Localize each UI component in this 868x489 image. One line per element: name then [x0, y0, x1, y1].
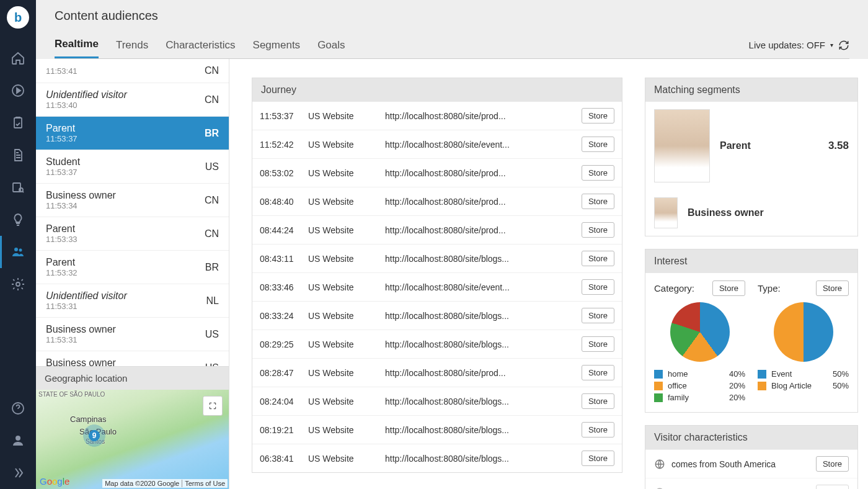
journey-store-button[interactable]: Store — [582, 308, 614, 323]
visitor-name: Parent — [46, 257, 78, 268]
characteristic-row: comes from BRStore — [645, 478, 857, 489]
visitor-name: Unidentified visitor — [46, 89, 127, 101]
characteristic-store-button[interactable]: Store — [816, 485, 849, 489]
visitor-row[interactable]: Student11:53:37US — [36, 150, 229, 184]
visitor-time: 11:53:33 — [46, 235, 78, 244]
legend-pct: 50% — [833, 369, 849, 379]
sidebar-item-expand[interactable] — [0, 457, 36, 489]
live-updates-dropdown[interactable]: ▾ — [830, 42, 833, 48]
visitor-row[interactable]: Parent11:53:37BR — [36, 117, 229, 150]
visitor-row[interactable]: 11:53:41CN — [36, 59, 229, 83]
visitor-row[interactable]: Business owner11:53:34CN — [36, 184, 229, 217]
visitor-name: Student — [46, 156, 80, 168]
journey-store-button[interactable]: Store — [582, 222, 614, 238]
map-attribution: Map data ©2020 GoogleTerms of Use — [102, 479, 228, 488]
category-store-button[interactable]: Store — [712, 280, 745, 296]
visitor-name: Unidentified visitor — [46, 290, 127, 302]
legend-row: Blog Article50% — [758, 381, 849, 390]
avatar — [654, 109, 710, 182]
tab-characteristics[interactable]: Characteristics — [166, 33, 235, 58]
journey-panel: Journey 11:53:37US Websitehttp://localho… — [252, 78, 622, 473]
visitor-time: 11:53:40 — [46, 101, 127, 110]
journey-store-button[interactable]: Store — [582, 451, 614, 466]
visitor-row[interactable]: Unidentified visitor11:53:40CN — [36, 83, 229, 117]
journey-url: http://localhost:8080/site/prod... — [385, 368, 573, 378]
segment-row[interactable]: Parent3.58 — [645, 102, 857, 190]
journey-panel-title: Journey — [252, 78, 622, 102]
characteristic-store-button[interactable]: Store — [816, 456, 849, 472]
geo-map[interactable]: STATE OF SÃO PAULOCampinasSão PauloSanto… — [36, 390, 229, 489]
refresh-icon[interactable] — [838, 40, 849, 51]
journey-url: http://localhost:8080/site/blogs... — [385, 311, 573, 321]
journey-store-button[interactable]: Store — [582, 422, 614, 437]
journey-site: US Website — [308, 140, 376, 150]
visitor-row[interactable]: Business owner11:53:31US — [36, 318, 229, 351]
tab-trends[interactable]: Trends — [116, 33, 148, 58]
journey-time: 11:52:42 — [260, 140, 299, 150]
visitor-time: 11:53:31 — [46, 335, 116, 344]
characteristic-row: comes from South AmericaStore — [645, 449, 857, 478]
sidebar-item-document[interactable] — [0, 139, 36, 171]
sidebar-item-audiences[interactable] — [0, 236, 36, 268]
journey-url: http://localhost:8080/site/prod... — [385, 168, 573, 178]
journey-store-button[interactable]: Store — [582, 365, 614, 380]
type-label: Type: — [758, 283, 781, 294]
legend-pct: 50% — [833, 381, 849, 390]
segment-name: Parent — [720, 140, 818, 151]
sidebar-item-help[interactable] — [0, 392, 36, 424]
tab-goals[interactable]: Goals — [317, 33, 345, 58]
page-header: Content audiences RealtimeTrendsCharacte… — [36, 0, 868, 59]
journey-url: http://localhost:8080/site/prod... — [385, 111, 573, 121]
journey-site: US Website — [308, 197, 376, 207]
segment-score: 3.58 — [828, 140, 849, 152]
visitor-row[interactable]: Business owner11:53:30US — [36, 351, 229, 366]
sidebar-item-clipboard[interactable] — [0, 107, 36, 139]
journey-site: US Website — [308, 225, 376, 235]
visitors-list[interactable]: 11:53:41CNUnidentified visitor11:53:40CN… — [36, 59, 229, 366]
tab-segments[interactable]: Segments — [253, 33, 301, 58]
legend-row: office20% — [654, 381, 745, 390]
journey-store-button[interactable]: Store — [582, 251, 614, 266]
visitor-row[interactable]: Unidentified visitor11:53:31NL — [36, 284, 229, 318]
visitor-time: 11:53:32 — [46, 268, 78, 277]
users-icon — [11, 244, 25, 259]
visitor-row[interactable]: Parent11:53:33CN — [36, 217, 229, 251]
legend-swatch — [654, 382, 663, 390]
live-updates-label: Live updates: OFF — [749, 40, 825, 50]
map-terms-link[interactable]: Terms of Use — [185, 480, 225, 487]
tab-realtime[interactable]: Realtime — [55, 32, 99, 58]
journey-store-button[interactable]: Store — [582, 165, 614, 181]
sidebar-item-home[interactable] — [0, 42, 36, 74]
journey-store-button[interactable]: Store — [582, 194, 614, 209]
journey-row: 08:29:25US Websitehttp://localhost:8080/… — [252, 330, 622, 359]
journey-store-button[interactable]: Store — [582, 336, 614, 352]
journey-time: 08:19:21 — [260, 425, 299, 435]
sidebar-item-play[interactable] — [0, 74, 36, 107]
journey-store-button[interactable]: Store — [582, 137, 614, 152]
sidebar-item-persona[interactable] — [0, 171, 36, 204]
type-store-button[interactable]: Store — [816, 280, 849, 296]
legend-row: Event50% — [758, 369, 849, 379]
journey-site: US Website — [308, 168, 376, 178]
visitor-country: BR — [205, 262, 219, 273]
journey-url: http://localhost:8080/site/prod... — [385, 225, 573, 235]
visitor-country: CN — [205, 65, 219, 76]
journey-url: http://localhost:8080/site/blogs... — [385, 397, 573, 406]
visitor-row[interactable]: Parent11:53:32BR — [36, 251, 229, 284]
sidebar-item-user[interactable] — [0, 424, 36, 457]
journey-store-button[interactable]: Store — [582, 108, 614, 123]
segment-row[interactable]: Business owner — [645, 190, 857, 236]
journey-url: http://localhost:8080/site/prod... — [385, 197, 573, 207]
visitor-name: Parent — [46, 123, 78, 134]
visitor-country: NL — [206, 295, 219, 307]
journey-site: US Website — [308, 454, 376, 464]
svg-point-5 — [19, 249, 22, 252]
journey-store-button[interactable]: Store — [582, 279, 614, 295]
page-title: Content audiences — [55, 9, 849, 23]
map-fullscreen-button[interactable] — [203, 396, 223, 416]
sidebar-item-idea[interactable] — [0, 204, 36, 236]
journey-column: Journey 11:53:37US Websitehttp://localho… — [252, 59, 622, 489]
sidebar-item-settings[interactable] — [0, 268, 36, 300]
geo-marker[interactable]: 9 — [83, 424, 105, 447]
journey-store-button[interactable]: Store — [582, 393, 614, 409]
